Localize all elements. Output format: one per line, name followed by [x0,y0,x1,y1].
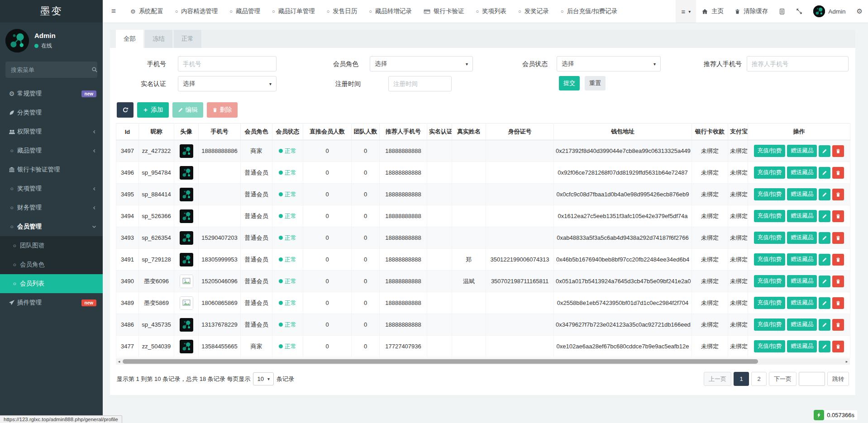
gift-button[interactable]: 赠送藏品 [787,188,817,200]
clear-cache-button[interactable]: 清除缓存 [729,0,773,23]
recharge-button[interactable]: 充值/扣费 [754,340,785,352]
home-button[interactable]: 主页 [696,0,729,23]
row-delete-button[interactable] [832,276,844,287]
column-header-身份证号[interactable]: 身份证号 [486,124,554,140]
row-edit-button[interactable] [819,232,830,244]
prev-page-button[interactable]: 上一页 [704,372,731,386]
sidebar-item-插件管理[interactable]: 插件管理new [0,293,103,312]
gift-button[interactable]: 赠送藏品 [787,253,817,266]
regtime-filter-input[interactable] [388,76,452,91]
submit-button[interactable]: 提交 [559,76,580,90]
sidebar-search-input[interactable] [10,66,91,74]
gift-button[interactable]: 赠送藏品 [787,232,817,244]
per-page-select[interactable]: 10 ▾ [253,372,274,385]
gift-button[interactable]: 赠送藏品 [787,166,817,179]
column-header-支付宝收款[interactable]: 支付宝收款 [728,124,748,140]
row-delete-button[interactable] [832,189,844,200]
reset-button[interactable]: 重置 [585,76,606,90]
delete-button[interactable]: 删除 [207,102,238,118]
row-edit-button[interactable] [819,189,830,200]
column-header-钱包地址[interactable]: 钱包地址 [554,124,692,140]
topnav-item-藏品转增记录[interactable]: ○藏品转增记录 [363,0,418,23]
column-header-操作[interactable]: 操作 [748,124,850,140]
sidebar-item-银行卡验证管理[interactable]: 银行卡验证管理 [0,160,103,179]
tab-冻结[interactable]: 冻结 [145,30,172,48]
realauth-filter-select[interactable]: 选择▾ [178,76,277,91]
row-delete-button[interactable] [832,254,844,266]
topnav-item-内容精选管理[interactable]: ○内容精选管理 [169,0,224,23]
sidebar-item-藏品管理[interactable]: ○藏品管理 [0,141,103,160]
recharge-button[interactable]: 充值/扣费 [754,275,785,287]
gift-button[interactable]: 赠送藏品 [787,318,817,331]
topnav-item-发售日历[interactable]: ○发售日历 [321,0,363,23]
phone-filter-input[interactable] [178,56,277,71]
column-header-直推会员人数[interactable]: 直推会员人数 [303,124,352,140]
next-page-button[interactable]: 下一页 [769,372,796,386]
scroll-left-icon[interactable]: ◂ [116,358,122,365]
row-edit-button[interactable] [819,254,830,266]
jump-page-input[interactable] [799,372,825,386]
recharge-button[interactable]: 充值/扣费 [754,166,785,179]
row-edit-button[interactable] [819,297,830,309]
column-header-手机号[interactable]: 手机号 [199,124,241,140]
scrollbar-thumb[interactable] [123,359,758,364]
sidebar-item-奖项管理[interactable]: ○奖项管理 [0,179,103,198]
row-delete-button[interactable] [832,341,844,352]
tab-正常[interactable]: 正常 [174,30,201,48]
row-delete-button[interactable] [832,232,844,244]
settings-button[interactable]: ⚙ [851,0,868,23]
column-header-Id[interactable]: Id [116,124,139,140]
sidebar-item-财务管理[interactable]: ○财务管理 [0,198,103,217]
topnav-item-发奖记录[interactable]: ○发奖记录 [512,0,555,23]
refresh-button[interactable] [117,102,134,118]
row-delete-button[interactable] [832,210,844,222]
sidebar-item-会员列表[interactable]: ○会员列表 [0,274,103,293]
row-edit-button[interactable] [819,167,830,179]
recharge-button[interactable]: 充值/扣费 [754,210,785,222]
column-header-昵称[interactable]: 昵称 [139,124,174,140]
sidebar-item-分类管理[interactable]: 分类管理 [0,103,103,122]
sidebar-toggle-icon[interactable]: ≡ [103,0,124,23]
page-button-2[interactable]: 2 [751,372,767,386]
row-delete-button[interactable] [832,145,844,157]
column-header-会员角色[interactable]: 会员角色 [241,124,272,140]
sidebar-item-会员角色[interactable]: ○会员角色 [0,255,103,274]
edit-button[interactable]: 编辑 [172,102,203,118]
column-header-实名认证[interactable]: 实名认证 [427,124,452,140]
column-header-头像[interactable]: 头像 [174,124,199,140]
row-delete-button[interactable] [832,167,844,179]
recharge-button[interactable]: 充值/扣费 [754,188,785,200]
row-edit-button[interactable] [819,319,830,331]
fullscreen-button[interactable] [791,0,808,23]
row-delete-button[interactable] [832,319,844,331]
jump-button[interactable]: 跳转 [827,372,849,386]
role-filter-select[interactable]: 选择▾ [370,56,473,71]
sidebar-item-会员管理[interactable]: ○会员管理 [0,217,103,236]
tabs-menu-button[interactable]: ≡▾ [676,0,696,23]
row-delete-button[interactable] [832,297,844,309]
referrer-filter-input[interactable] [747,56,849,71]
recharge-button[interactable]: 充值/扣费 [754,145,785,157]
debug-timing-badge[interactable]: 0.057366s [814,410,857,420]
column-header-会员状态[interactable]: 会员状态 [272,124,303,140]
page-button-1[interactable]: 1 [734,372,749,386]
topnav-item-后台充值/扣费记录[interactable]: ○后台充值/扣费记录 [555,0,623,23]
sidebar-item-常规管理[interactable]: ⚙常规管理new [0,84,103,103]
row-edit-button[interactable] [819,276,830,287]
tab-全部[interactable]: 全部 [116,30,143,48]
brand-logo[interactable]: 墨变 [0,0,103,23]
recharge-button[interactable]: 充值/扣费 [754,297,785,309]
topnav-item-银行卡验证[interactable]: 银行卡验证 [418,0,470,23]
row-edit-button[interactable] [819,145,830,157]
user-menu[interactable]: Admin [808,0,851,23]
recharge-button[interactable]: 充值/扣费 [754,232,785,244]
gift-button[interactable]: 赠送藏品 [787,275,817,287]
topnav-item-藏品管理[interactable]: ○藏品管理 [224,0,266,23]
column-header-团队人数[interactable]: 团队人数 [352,124,380,140]
row-edit-button[interactable] [819,341,830,352]
docs-button[interactable] [773,0,791,23]
recharge-button[interactable]: 充值/扣费 [754,253,785,266]
gift-button[interactable]: 赠送藏品 [787,340,817,352]
column-header-真实姓名[interactable]: 真实姓名 [452,124,486,140]
add-button[interactable]: ＋添加 [137,102,169,118]
